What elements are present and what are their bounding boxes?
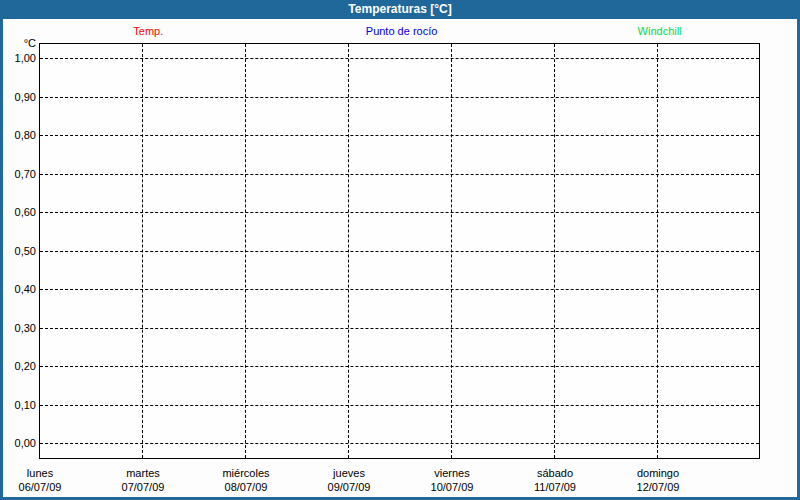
gridline-horizontal <box>40 328 759 329</box>
y-axis-tick-label: 0,20 <box>3 359 36 373</box>
gridline-vertical <box>451 44 452 458</box>
y-axis-tick-label: 0,60 <box>3 205 36 219</box>
chart-title: Temperaturas [°C] <box>348 2 451 16</box>
gridline-vertical <box>554 44 555 458</box>
gridline-vertical <box>245 44 246 458</box>
x-axis-day-label: viernes10/07/09 <box>392 466 512 494</box>
y-axis-tick-label: 0,10 <box>3 398 36 412</box>
gridline-horizontal <box>40 443 759 444</box>
x-axis-date: 11/07/09 <box>495 480 615 494</box>
x-axis-date: 08/07/09 <box>186 480 306 494</box>
x-axis-day-label: miércoles08/07/09 <box>186 466 306 494</box>
x-axis-date: 07/07/09 <box>83 480 203 494</box>
x-axis-day-name: martes <box>83 466 203 480</box>
y-axis-tick-label: 0,40 <box>3 282 36 296</box>
gridline-vertical <box>348 44 349 458</box>
legend-item-windchill: Windchill <box>638 25 682 37</box>
x-axis-day-name: domingo <box>598 466 718 480</box>
y-axis-tick-label: 0,90 <box>3 90 36 104</box>
gridline-vertical <box>142 44 143 458</box>
gridline-horizontal <box>40 289 759 290</box>
x-axis-day-label: jueves09/07/09 <box>289 466 409 494</box>
gridline-horizontal <box>40 366 759 367</box>
x-axis-day-name: miércoles <box>186 466 306 480</box>
x-axis-day-label: sábado11/07/09 <box>495 466 615 494</box>
y-axis-tick-label: 0,70 <box>3 167 36 181</box>
chart-window: Temperaturas [°C] Temp. Punto de rocío W… <box>0 0 800 500</box>
x-axis-day-label: martes07/07/09 <box>83 466 203 494</box>
x-axis-day-name: sábado <box>495 466 615 480</box>
x-axis-date: 10/07/09 <box>392 480 512 494</box>
gridline-horizontal <box>40 405 759 406</box>
gridline-horizontal <box>40 251 759 252</box>
y-axis-tick-label: 1,00 <box>3 51 36 65</box>
gridline-vertical <box>657 44 658 458</box>
title-bar: Temperaturas [°C] <box>3 0 797 19</box>
y-axis-unit-label: °C <box>3 36 36 50</box>
y-axis-tick-label: 0,50 <box>3 244 36 258</box>
gridline-horizontal <box>40 135 759 136</box>
gridline-horizontal <box>40 58 759 59</box>
x-axis-day-name: jueves <box>289 466 409 480</box>
x-axis-day-name: viernes <box>392 466 512 480</box>
y-axis-tick-label: 0,80 <box>3 128 36 142</box>
x-axis-day-label: domingo12/07/09 <box>598 466 718 494</box>
gridline-horizontal <box>40 212 759 213</box>
plot-area <box>39 43 760 459</box>
legend-item-punto-de-rocio: Punto de rocío <box>366 25 438 37</box>
x-axis-date: 12/07/09 <box>598 480 718 494</box>
x-axis-date: 09/07/09 <box>289 480 409 494</box>
legend-item-temp: Temp. <box>133 25 163 37</box>
gridline-horizontal <box>40 97 759 98</box>
y-axis-tick-label: 0,00 <box>3 436 36 450</box>
y-axis-tick-label: 0,30 <box>3 321 36 335</box>
gridline-horizontal <box>40 174 759 175</box>
